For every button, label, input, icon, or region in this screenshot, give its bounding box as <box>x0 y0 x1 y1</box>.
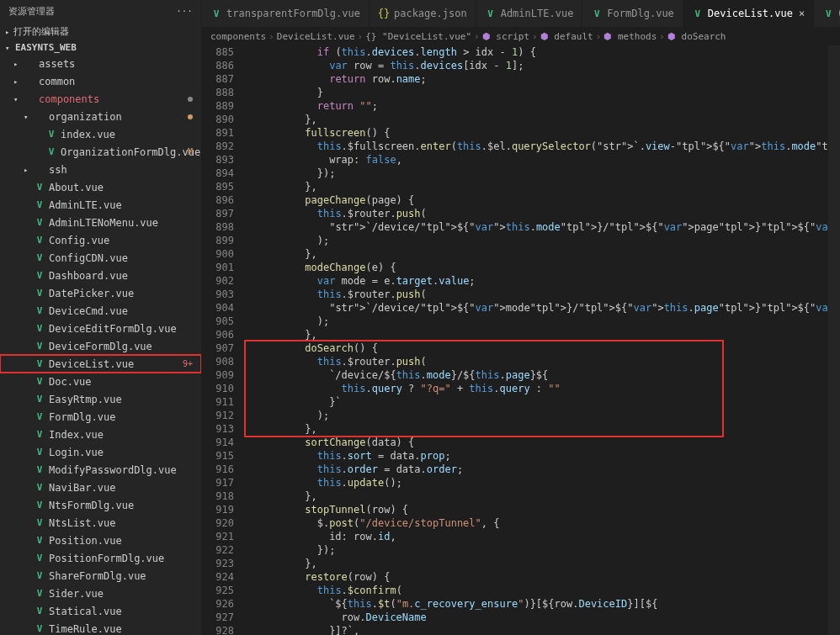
vue-icon: V <box>45 146 57 158</box>
tree-item-login-vue[interactable]: VLogin.vue <box>0 443 201 461</box>
breadcrumb[interactable]: components›DeviceList.vue›{} "DeviceList… <box>202 27 840 45</box>
folder-icon <box>24 76 35 87</box>
tab-adminlte-vue[interactable]: VAdminLTE.vue <box>476 0 583 27</box>
tree-item-adminltenomenu-vue[interactable]: VAdminLTENoMenu.vue <box>0 214 201 231</box>
tree-item-config-vue[interactable]: VConfig.vue <box>0 231 201 249</box>
breadcrumb-segment[interactable]: {} "DeviceList.vue" <box>365 31 471 42</box>
folder-icon <box>34 111 45 123</box>
close-icon[interactable]: × <box>799 8 805 19</box>
minimap[interactable] <box>828 45 840 635</box>
vue-icon: V <box>34 394 45 405</box>
vue-icon: V <box>34 464 45 476</box>
tree-item-index-vue[interactable]: Vindex.vue <box>0 125 201 143</box>
chevron-right-icon <box>5 28 13 36</box>
tab-package-json[interactable]: {}package.json <box>369 0 476 27</box>
vue-icon: V <box>34 553 45 564</box>
vue-icon: V <box>692 8 704 19</box>
chevron-icon <box>24 166 34 174</box>
more-icon[interactable]: ··· <box>176 6 193 17</box>
tab-bar: VtransparentFormDlg.vue{}package.jsonVAd… <box>202 0 840 27</box>
tab-devicelist-vue[interactable]: VDeviceList.vue× <box>683 0 814 27</box>
vue-icon: V <box>34 376 45 388</box>
tree-item-ssh[interactable]: ssh <box>0 161 201 178</box>
tree-item-formdlg-vue[interactable]: VFormDlg.vue <box>0 408 201 426</box>
tree-item-shareformdlg-vue[interactable]: VShareFormDlg.vue <box>0 567 201 585</box>
tree-item-devicecmd-vue[interactable]: VDeviceCmd.vue <box>0 302 201 320</box>
chevron-icon <box>13 77 24 86</box>
breadcrumb-segment[interactable]: ⬢ script <box>482 31 529 42</box>
vue-icon: V <box>34 305 45 317</box>
vue-icon: V <box>34 252 45 264</box>
vue-icon: V <box>34 235 45 246</box>
vue-icon: V <box>34 341 45 352</box>
vue-icon: V <box>485 8 497 19</box>
tree-item-navibar-vue[interactable]: VNaviBar.vue <box>0 479 201 496</box>
vue-icon: V <box>34 447 45 458</box>
tree-item-devicelist-vue[interactable]: VDeviceList.vue9+ <box>0 355 201 373</box>
code-content[interactable]: if (this.devices.length > idx - 1) { var… <box>244 45 828 635</box>
tree-item-dashboard-vue[interactable]: VDashboard.vue <box>0 267 201 284</box>
breadcrumb-segment[interactable]: components <box>210 31 266 42</box>
tree-item-modifypassworddlg-vue[interactable]: VModifyPasswordDlg.vue <box>0 461 201 479</box>
vue-icon: V <box>822 8 834 19</box>
tree-item-ntsformdlg-vue[interactable]: VNtsFormDlg.vue <box>0 496 201 514</box>
vue-icon: V <box>34 217 45 229</box>
tree-item-statical-vue[interactable]: VStatical.vue <box>0 602 201 620</box>
tree-item-organization[interactable]: organization <box>0 108 201 125</box>
vue-icon: V <box>45 129 57 140</box>
chevron-down-icon <box>5 44 15 52</box>
chevron-icon <box>24 113 34 121</box>
tree-item-sider-vue[interactable]: VSider.vue <box>0 585 201 602</box>
tree-item-easyrtmp-vue[interactable]: VEasyRtmp.vue <box>0 390 201 408</box>
vue-icon: V <box>34 288 45 299</box>
vue-icon: V <box>34 411 45 423</box>
vue-icon: V <box>34 358 45 370</box>
dirty-dot <box>188 97 193 102</box>
tab-transparentformdlg-vue[interactable]: VtransparentFormDlg.vue <box>202 0 369 27</box>
dirty-dot <box>188 114 193 119</box>
tree-item-doc-vue[interactable]: VDoc.vue <box>0 373 201 390</box>
open-editors-section[interactable]: 打开的编辑器 <box>0 23 201 40</box>
tree-item-configcdn-vue[interactable]: VConfigCDN.vue <box>0 249 201 267</box>
chevron-icon <box>13 60 24 68</box>
breadcrumb-segment[interactable]: ⬢ methods <box>603 31 657 42</box>
breadcrumb-segment[interactable]: ⬢ doSearch <box>667 31 726 42</box>
line-gutter: 8858868878888898908918928938948958968978… <box>202 45 244 635</box>
breadcrumb-segment[interactable]: ⬢ default <box>540 31 593 42</box>
badge: M <box>188 147 193 156</box>
tree-item-about-vue[interactable]: VAbout.vue <box>0 178 201 196</box>
tree-item-organizationformdlg-vue[interactable]: VOrganizationFormDlg.vueM <box>0 143 201 161</box>
vue-icon: V <box>210 8 222 19</box>
file-explorer: 资源管理器 ··· 打开的编辑器 EASYNTS_WEB assetscommo… <box>0 0 202 635</box>
tab-formdlg-vue[interactable]: VFormDlg.vue <box>582 0 683 27</box>
tree-item-adminlte-vue[interactable]: VAdminLTE.vue <box>0 196 201 214</box>
tab-organizationformdlg[interactable]: VOrganizationFormDlg <box>814 0 840 27</box>
breadcrumb-segment[interactable]: DeviceList.vue <box>277 31 355 42</box>
tree-item-components[interactable]: components <box>0 90 201 108</box>
vue-icon: V <box>34 623 45 635</box>
explorer-header: 资源管理器 ··· <box>0 0 201 23</box>
tree-item-index-vue[interactable]: VIndex.vue <box>0 426 201 443</box>
vue-icon: V <box>34 429 45 441</box>
folder-icon <box>24 93 35 105</box>
editor-area: VtransparentFormDlg.vue{}package.jsonVAd… <box>202 0 840 635</box>
vue-icon: V <box>34 535 45 547</box>
vue-icon: V <box>34 500 45 511</box>
vue-icon: V <box>591 8 603 19</box>
tree-item-assets[interactable]: assets <box>0 55 201 72</box>
tree-item-position-vue[interactable]: VPosition.vue <box>0 532 201 549</box>
vue-icon: V <box>34 182 45 193</box>
explorer-title: 资源管理器 <box>8 5 55 18</box>
project-root[interactable]: EASYNTS_WEB <box>0 40 201 55</box>
tree-item-positionformdlg-vue[interactable]: VPositionFormDlg.vue <box>0 549 201 567</box>
vue-icon: V <box>34 517 45 529</box>
vue-icon: V <box>34 482 45 494</box>
tree-item-timerule-vue[interactable]: VTimeRule.vue <box>0 620 201 635</box>
code-editor[interactable]: 8858868878888898908918928938948958968978… <box>202 45 840 635</box>
tree-item-deviceformdlg-vue[interactable]: VDeviceFormDlg.vue <box>0 337 201 355</box>
tree-item-common[interactable]: common <box>0 72 201 90</box>
tree-item-datepicker-vue[interactable]: VDatePicker.vue <box>0 284 201 302</box>
json-icon: {} <box>378 8 390 19</box>
tree-item-deviceeditformdlg-vue[interactable]: VDeviceEditFormDlg.vue <box>0 320 201 337</box>
tree-item-ntslist-vue[interactable]: VNtsList.vue <box>0 514 201 532</box>
